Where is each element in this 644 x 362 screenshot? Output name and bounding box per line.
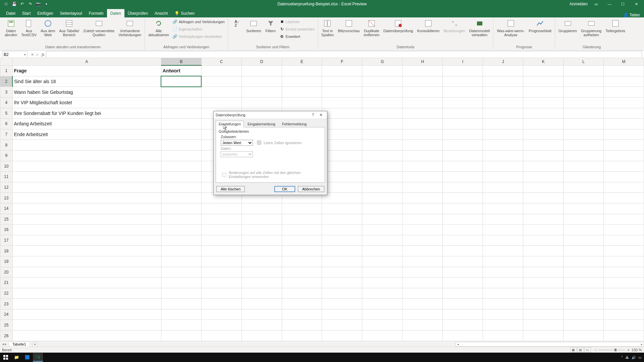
cell[interactable] [604,288,644,299]
text-to-columns-button[interactable]: Text inSpalten [320,18,335,38]
cell[interactable] [322,256,362,267]
cell[interactable] [201,98,241,108]
sheet-nav-prev-icon[interactable]: ◂ [2,342,4,346]
cell[interactable] [402,320,443,330]
cell[interactable] [483,330,523,341]
cell[interactable] [362,225,402,235]
close-icon[interactable]: ✕ [631,0,641,8]
cell[interactable] [604,193,644,203]
row-header[interactable]: 23 [0,299,13,309]
row-header[interactable]: 9 [0,150,13,161]
cell[interactable] [282,330,322,341]
cell[interactable] [322,76,362,87]
column-header[interactable]: M [604,58,644,66]
cell[interactable] [604,267,644,278]
scroll-left-icon[interactable]: ◂ [456,343,460,346]
cell[interactable] [564,119,604,129]
cell[interactable] [443,161,483,172]
cell[interactable] [362,193,402,203]
cell[interactable] [564,225,604,235]
cell[interactable]: Frage [12,65,161,76]
cell[interactable] [322,214,362,225]
cell[interactable] [201,87,241,98]
cell[interactable] [12,225,161,235]
formula-input[interactable] [46,51,642,58]
cell[interactable] [564,161,604,172]
cell[interactable] [12,330,161,341]
cell[interactable] [523,150,564,161]
cell[interactable] [282,203,322,214]
sheet-tab-1[interactable]: Tabelle1 [9,342,30,347]
cell[interactable] [564,65,604,76]
cell[interactable] [523,129,564,140]
cell[interactable] [604,214,644,225]
cell[interactable] [161,172,201,182]
cell[interactable] [282,288,322,299]
cell[interactable] [443,108,483,119]
cell[interactable] [443,172,483,182]
ungroup-button[interactable]: Gruppierungaufheben [580,18,603,38]
fx-icon[interactable]: fx [40,52,46,57]
cell[interactable] [322,119,362,129]
cell[interactable] [523,203,564,214]
cell[interactable] [564,278,604,288]
cell[interactable] [12,246,161,256]
cell[interactable] [443,278,483,288]
cell[interactable] [241,246,282,256]
camera-icon[interactable]: 📷 [36,1,41,7]
cell[interactable] [12,172,161,182]
cell[interactable] [402,278,443,288]
zoom-in-button[interactable]: + [627,348,629,352]
row-header[interactable]: 17 [0,235,13,246]
refresh-all-button[interactable]: Alleaktualisieren [147,18,170,38]
cell[interactable] [402,108,443,119]
cell[interactable] [241,320,282,330]
cell[interactable] [282,65,322,76]
name-box[interactable]: B2 ▾ [2,51,28,58]
view-page-layout-icon[interactable]: ▤ [577,347,584,353]
cell[interactable] [483,76,523,87]
cell[interactable] [443,309,483,320]
cell[interactable] [161,299,201,309]
cell[interactable] [483,320,523,330]
cell[interactable] [523,320,564,330]
enter-formula-icon[interactable]: ✓ [36,53,39,57]
cell[interactable] [523,76,564,87]
cell[interactable] [322,267,362,278]
cell[interactable] [402,246,443,256]
cell[interactable] [12,140,161,150]
tray-lang-icon[interactable]: ▭ [638,356,641,359]
cell[interactable] [564,150,604,161]
cell[interactable] [161,98,201,108]
cell[interactable] [362,299,402,309]
from-text-button[interactable]: AusText/CSV [20,18,38,38]
cell[interactable]: Ihr VIP Mitgliedschaft kostet [12,98,161,108]
cell[interactable] [12,278,161,288]
cell[interactable] [402,225,443,235]
cell[interactable] [12,182,161,193]
cell[interactable] [241,278,282,288]
cell[interactable] [523,267,564,278]
cell[interactable] [161,119,201,129]
cell[interactable] [282,235,322,246]
save-icon[interactable]: 💾 [11,1,17,7]
queries-connections-button[interactable]: 🔗Abfragen und Verbindungen [172,18,226,25]
cell[interactable] [523,87,564,98]
cell[interactable] [483,65,523,76]
cell[interactable] [483,87,523,98]
flash-fill-button[interactable]: Blitzvorschau [336,18,361,34]
cell[interactable] [604,161,644,172]
advanced-filter-button[interactable]: ⚙Erweitert [279,33,316,40]
row-header[interactable]: 1 [0,65,13,76]
cell[interactable] [322,320,362,330]
cell[interactable] [322,65,362,76]
cell[interactable] [604,182,644,193]
cell[interactable] [322,129,362,140]
recent-sources-button[interactable]: Zuletzt verwendeteQuellen [82,18,116,38]
cell[interactable] [402,150,443,161]
row-header[interactable]: 24 [0,309,13,320]
cell[interactable] [201,309,241,320]
cell[interactable] [362,129,402,140]
tab-file[interactable]: Datei [3,9,19,17]
cell[interactable] [362,320,402,330]
